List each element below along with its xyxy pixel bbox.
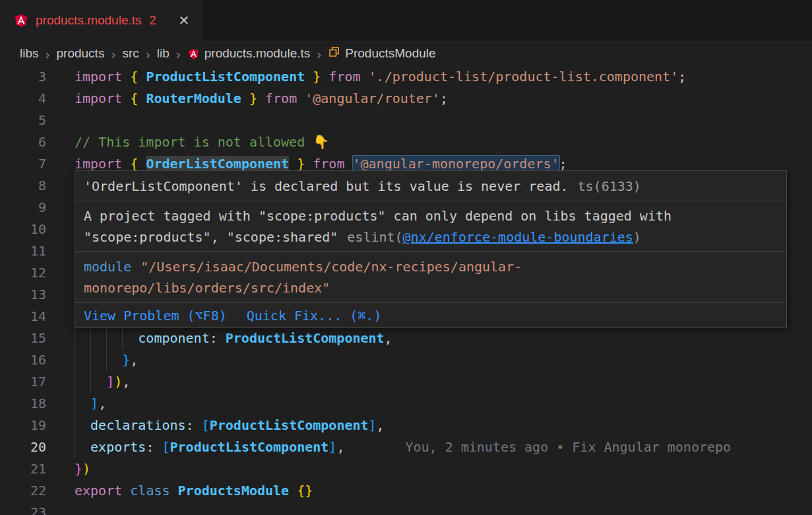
code-line-5[interactable]: 5 xyxy=(0,110,812,131)
code-line-17[interactable]: 17]), xyxy=(0,371,812,393)
code-token xyxy=(138,156,146,172)
code-editor[interactable]: 3import { ProductListComponent } from '.… xyxy=(0,66,812,515)
code-token: ProductListComponent xyxy=(226,330,385,346)
breadcrumb-item-symbol[interactable]: ProductsModule xyxy=(328,46,435,61)
line-number[interactable]: 9 xyxy=(0,197,46,219)
code-line-23[interactable]: 23 xyxy=(0,502,812,515)
line-number[interactable]: 7 xyxy=(0,153,46,175)
code-token: ; xyxy=(440,90,448,106)
breadcrumb-item-products[interactable]: products xyxy=(57,46,105,61)
line-number[interactable]: 8 xyxy=(0,175,46,197)
code-token xyxy=(122,483,130,498)
code-token: { xyxy=(130,69,138,85)
code-token: { xyxy=(130,156,138,172)
code-token xyxy=(170,483,178,498)
code-token: } xyxy=(75,461,82,477)
code-token: ; xyxy=(678,69,686,85)
breadcrumb-item-lib[interactable]: lib xyxy=(157,46,170,61)
code-text: declarations: [ProductListComponent], xyxy=(75,415,812,436)
code-token: } xyxy=(122,352,130,368)
code-token: ProductListComponent xyxy=(210,417,369,433)
diagnostic-ts-message: 'OrderListComponent' is declared but its… xyxy=(75,171,786,201)
indent-guide xyxy=(75,415,90,436)
module-keyword: module xyxy=(84,259,131,275)
code-token: } xyxy=(249,90,257,106)
breadcrumb-file-label: products.module.ts xyxy=(204,46,311,61)
hover-widget: 'OrderListComponent' is declared but its… xyxy=(75,170,787,328)
code-token: [ xyxy=(162,439,170,455)
code-token xyxy=(297,90,305,106)
line-number[interactable]: 16 xyxy=(0,349,46,371)
line-number[interactable]: 19 xyxy=(0,415,46,436)
breadcrumb-item-file[interactable]: products.module.ts xyxy=(187,46,311,61)
line-number[interactable]: 13 xyxy=(0,284,46,306)
code-token: '@angular/router' xyxy=(305,90,440,106)
code-token xyxy=(289,483,297,498)
line-number[interactable]: 3 xyxy=(0,66,46,88)
code-token: ProductListComponent xyxy=(146,69,305,85)
code-token xyxy=(122,90,130,106)
view-problem-action[interactable]: View Problem (⌥F8) xyxy=(84,305,227,326)
code-token: , xyxy=(130,352,138,368)
code-line-19[interactable]: 19declarations: [ProductListComponent], xyxy=(0,415,812,436)
code-token xyxy=(138,90,146,106)
code-line-22[interactable]: 22export class ProductsModule {} xyxy=(0,480,812,502)
vscode-window: { "colors": { "editor_background": "#1f1… xyxy=(0,0,812,515)
chevron-right-icon: › xyxy=(176,47,181,61)
line-number[interactable]: 14 xyxy=(0,306,46,327)
code-token: component xyxy=(138,330,209,346)
code-token: You, 2 minutes ago • Fix Angular monorep… xyxy=(344,439,731,455)
line-number[interactable]: 6 xyxy=(0,131,46,153)
line-number[interactable]: 18 xyxy=(0,393,46,415)
breadcrumb-item-libs[interactable]: libs xyxy=(20,46,39,61)
code-token: ) xyxy=(82,461,90,477)
diagnostic-eslint-message: A project tagged with "scope:products" c… xyxy=(75,201,786,252)
code-text: }) xyxy=(75,458,812,480)
indent-guide xyxy=(90,371,106,393)
code-text: export class ProductsModule {} xyxy=(75,480,812,502)
code-token: from xyxy=(313,156,344,172)
code-line-16[interactable]: 16}, xyxy=(0,349,812,371)
eslint-source-close: ) xyxy=(633,229,641,245)
line-number[interactable]: 17 xyxy=(0,371,46,393)
breadcrumb-item-src[interactable]: src xyxy=(122,46,139,61)
indent-guide xyxy=(75,436,90,458)
line-number[interactable]: 22 xyxy=(0,480,46,502)
close-icon[interactable]: ✕ xyxy=(179,13,190,28)
code-token xyxy=(138,69,146,85)
line-number[interactable]: 10 xyxy=(0,219,46,240)
eslint-rule-link[interactable]: @nx/enforce-module-boundaries xyxy=(403,229,633,245)
code-line-4[interactable]: 4import { RouterModule } from '@angular/… xyxy=(0,88,812,110)
code-token xyxy=(321,69,328,85)
code-token: from xyxy=(328,69,360,85)
line-number[interactable]: 21 xyxy=(0,458,46,480)
line-number[interactable]: 15 xyxy=(0,327,46,349)
line-number[interactable]: 11 xyxy=(0,240,46,262)
code-token: : xyxy=(210,330,226,346)
line-number[interactable]: 4 xyxy=(0,88,46,110)
code-line-6[interactable]: 6// This import is not allowed 👇 xyxy=(0,131,812,153)
code-token: , xyxy=(336,439,344,455)
line-number[interactable]: 5 xyxy=(0,110,46,131)
indent-guide xyxy=(106,327,122,349)
code-line-21[interactable]: 21}) xyxy=(0,458,812,480)
code-token: './product-list/product-list.component' xyxy=(369,69,679,85)
angular-icon xyxy=(187,48,200,60)
code-token xyxy=(344,156,352,172)
code-line-15[interactable]: 15component: ProductListComponent, xyxy=(0,327,812,349)
code-text xyxy=(75,502,812,515)
code-token: , xyxy=(98,395,106,411)
code-line-3[interactable]: 3import { ProductListComponent } from '.… xyxy=(0,66,812,88)
quick-fix-action[interactable]: Quick Fix... (⌘.) xyxy=(247,305,382,326)
code-text: component: ProductListComponent, xyxy=(75,327,812,349)
code-text: import { RouterModule } from '@angular/r… xyxy=(75,88,812,110)
eslint-text-line1: A project tagged with "scope:products" c… xyxy=(84,208,671,224)
line-number[interactable]: 20 xyxy=(0,436,46,458)
code-text: // This import is not allowed 👇 xyxy=(75,131,812,153)
tab-products-module[interactable]: products.module.ts 2 ✕ xyxy=(0,0,202,41)
code-token: exports xyxy=(90,439,146,455)
line-number[interactable]: 12 xyxy=(0,262,46,284)
code-line-20[interactable]: 20exports: [ProductListComponent],You, 2… xyxy=(0,436,812,458)
code-line-18[interactable]: 18], xyxy=(0,393,812,415)
line-number[interactable]: 23 xyxy=(0,502,46,515)
